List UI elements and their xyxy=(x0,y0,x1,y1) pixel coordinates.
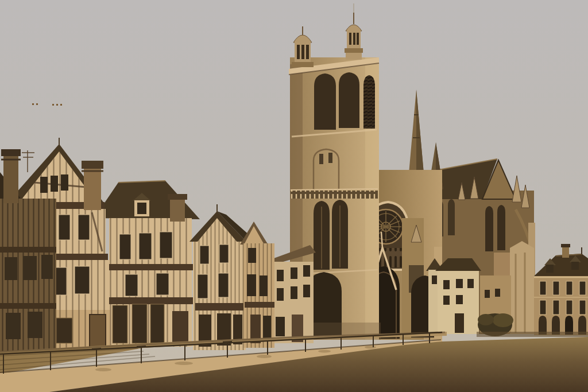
scene-svg: Gothic cathedral and half-timbered house… xyxy=(0,0,588,392)
house-b-gable-windows xyxy=(40,174,68,193)
photo-canvas: Gothic cathedral and half-timbered house… xyxy=(0,0,588,392)
chimney-2 xyxy=(82,161,103,210)
chimney-1 xyxy=(1,149,21,203)
house-c-ground-windows xyxy=(113,304,164,343)
white-house xyxy=(435,258,481,334)
louvered-opening xyxy=(363,75,375,129)
choir-end-wall xyxy=(510,253,534,334)
house-c-door xyxy=(172,311,188,346)
chimney-3 xyxy=(168,194,187,222)
white-house-door xyxy=(455,313,464,333)
house-c-jetty xyxy=(108,264,193,270)
hedge-shadow xyxy=(477,332,588,337)
